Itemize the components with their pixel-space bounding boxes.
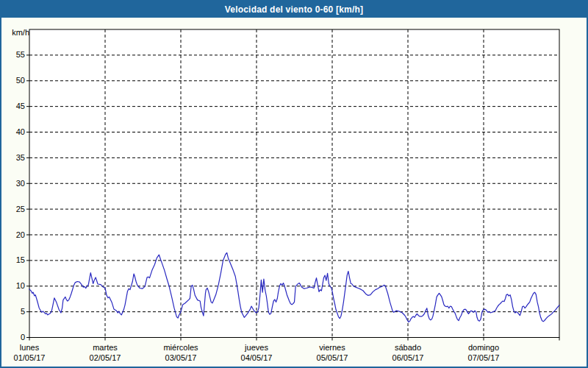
x-axis-day-label: sábado06/05/17 xyxy=(368,342,448,364)
day-name-label: domingo xyxy=(443,342,524,353)
day-date-label: 06/05/17 xyxy=(368,353,448,364)
day-name-label: miércoles xyxy=(140,342,221,353)
day-name-label: jueves xyxy=(216,342,297,353)
y-tick-label: 40 xyxy=(3,127,25,137)
day-date-label: 03/05/17 xyxy=(140,353,221,364)
y-tick-label: 30 xyxy=(3,179,25,188)
day-date-label: 07/05/17 xyxy=(443,353,524,364)
day-date-label: 02/05/17 xyxy=(65,353,146,364)
y-tick-label: 10 xyxy=(3,281,25,291)
y-tick-label: 45 xyxy=(3,102,25,111)
x-axis-day-label: martes02/05/17 xyxy=(65,342,146,364)
y-tick-label: 25 xyxy=(3,205,25,214)
day-name-label: lunes xyxy=(0,342,70,353)
x-axis-day-label: lunes01/05/17 xyxy=(0,342,70,364)
y-tick-label: 55 xyxy=(3,50,25,60)
x-axis-day-label: domingo07/05/17 xyxy=(443,342,524,364)
y-tick-label: 35 xyxy=(3,153,25,163)
plot-svg xyxy=(1,1,587,367)
x-axis-day-label: viernes05/05/17 xyxy=(292,342,373,364)
x-axis-day-label: jueves04/05/17 xyxy=(216,342,297,364)
y-tick-label: 20 xyxy=(3,230,25,240)
day-name-label: sábado xyxy=(368,342,448,353)
chart-frame: Velocidad del viento 0-60 [km/h] km/h 05… xyxy=(0,0,588,368)
y-tick-label: 0 xyxy=(3,333,25,342)
y-axis-unit-label: km/h xyxy=(12,28,29,37)
plot-region: km/h 0510152025303540455055 lunes01/05/1… xyxy=(1,1,587,367)
day-date-label: 01/05/17 xyxy=(0,353,70,364)
x-axis-day-label: miércoles03/05/17 xyxy=(140,342,221,364)
y-tick-label: 15 xyxy=(3,255,25,265)
day-date-label: 04/05/17 xyxy=(216,353,297,364)
y-tick-label: 5 xyxy=(3,307,25,316)
day-date-label: 05/05/17 xyxy=(292,353,373,364)
y-tick-label: 50 xyxy=(3,76,25,85)
day-name-label: viernes xyxy=(292,342,373,353)
day-name-label: martes xyxy=(65,342,146,353)
